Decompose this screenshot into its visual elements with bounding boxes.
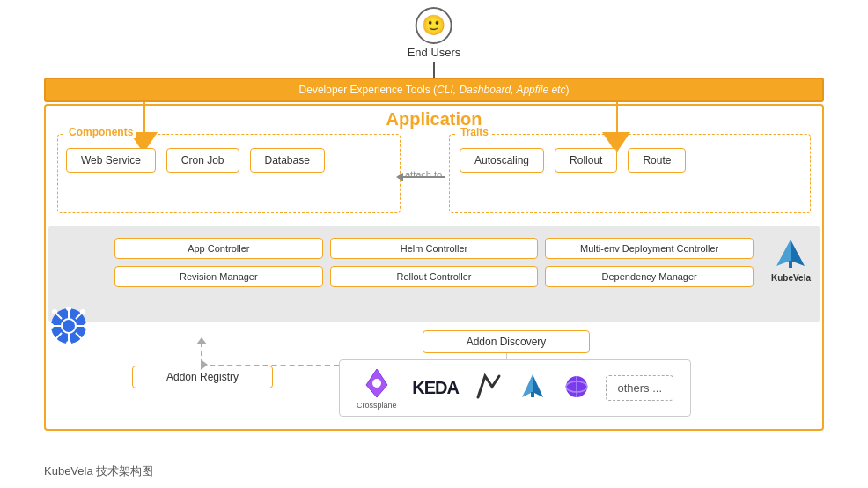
component-cron-job: Cron Job <box>166 148 239 173</box>
registry-to-addons-line <box>201 365 339 366</box>
controller-revision: Revision Manager <box>114 266 323 287</box>
registry-upward-line <box>201 342 202 365</box>
addon-discovery-label: Addon Discovery <box>467 336 547 348</box>
controller-multienv: Multi-env Deployment Controller <box>545 238 754 259</box>
diagram-container: 🙂 End Users Developer Experience Tools (… <box>0 0 868 488</box>
controllers-grid: App Controller Helm Controller Multi-env… <box>114 238 754 287</box>
svg-point-21 <box>372 379 381 388</box>
registry-up-arrow <box>196 337 207 344</box>
addon-crossplane: Crossplane <box>357 367 397 410</box>
trait-route: Route <box>628 148 686 173</box>
addon-discovery: Addon Discovery <box>423 330 590 353</box>
attach-to-label: attach to <box>405 169 442 180</box>
bottom-label: KubeVela 技术架构图 <box>44 463 153 479</box>
addon-registry-label: Addon Registry <box>166 371 239 383</box>
svg-point-17 <box>52 309 57 314</box>
dev-tools-bar: Developer Experience Tools (CLI, Dashboa… <box>44 78 824 102</box>
end-users: 🙂 End Users <box>408 7 461 59</box>
svg-rect-2 <box>789 261 792 268</box>
kubevela-logo: KubeVela <box>771 236 811 283</box>
trait-autoscaling: Autoscaling <box>460 148 544 173</box>
svg-marker-0 <box>791 240 805 266</box>
dev-tools-label: Developer Experience Tools (CLI, Dashboa… <box>299 84 570 96</box>
svg-marker-1 <box>776 240 791 266</box>
addons-row: Crossplane KEDA <box>339 359 691 417</box>
attach-arrow <box>401 176 445 178</box>
keda-label: KEDA <box>412 378 459 397</box>
trait-rollout: Rollout <box>555 148 617 173</box>
end-users-avatar: 🙂 <box>416 7 452 44</box>
arrow-eu-to-devtools <box>433 62 435 79</box>
component-web-service: Web Service <box>66 148 156 173</box>
svg-point-19 <box>80 309 85 314</box>
addon-sail <box>519 373 547 404</box>
others-label: others ... <box>617 381 662 395</box>
flagger-icon <box>474 373 503 401</box>
end-users-label: End Users <box>408 46 461 59</box>
svg-point-20 <box>52 337 57 343</box>
k8s-icon <box>49 307 88 349</box>
addon-flagger <box>474 373 503 404</box>
kubevela-logo-text: KubeVela <box>771 273 811 283</box>
components-title: Components <box>65 126 136 138</box>
traits-box: Traits <box>449 134 811 213</box>
controller-helm: Helm Controller <box>330 238 539 259</box>
controller-rollout: Rollout Controller <box>330 266 539 287</box>
others-box: others ... <box>606 375 673 401</box>
traits-title: Traits <box>457 126 492 138</box>
component-database: Database <box>250 148 325 173</box>
kubernetes-icon <box>49 307 88 345</box>
addon-sphere <box>563 373 591 404</box>
traits-items: Autoscaling Rollout Route <box>460 148 686 173</box>
controller-dependency: Dependency Manager <box>545 266 754 287</box>
crossplane-icon <box>364 367 389 399</box>
sail-icon-addon <box>519 373 547 401</box>
addon-keda: KEDA <box>412 378 459 398</box>
components-items: Web Service Cron Job Database <box>66 148 325 173</box>
sphere-icon <box>563 373 591 401</box>
svg-rect-24 <box>531 392 534 397</box>
controller-app: App Controller <box>114 238 323 259</box>
svg-point-18 <box>80 337 85 343</box>
components-box: Components <box>57 134 401 213</box>
kubevela-sail-icon <box>773 236 808 271</box>
crossplane-label: Crossplane <box>357 401 397 410</box>
